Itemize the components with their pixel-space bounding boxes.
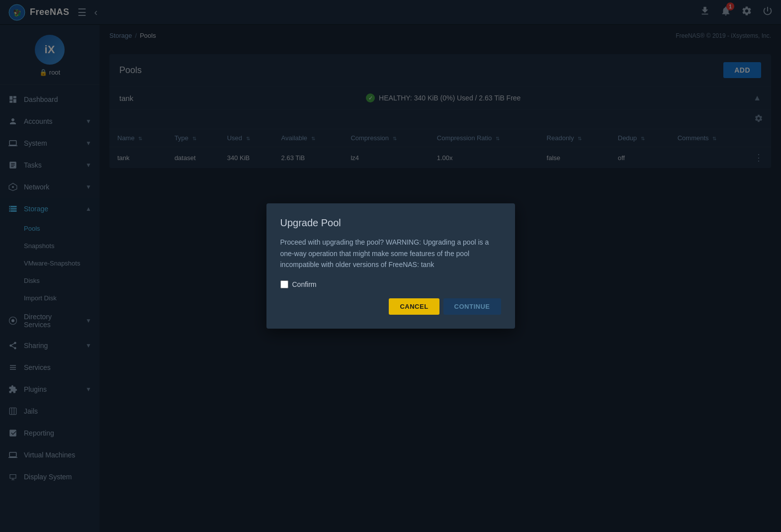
modal-body: Proceed with upgrading the pool? WARNING… (280, 237, 501, 270)
modal-overlay: Upgrade Pool Proceed with upgrading the … (99, 25, 781, 532)
main-layout: iX 🔒 root Dashboard Accounts ▼ (0, 25, 781, 532)
cancel-button[interactable]: CANCEL (389, 298, 439, 315)
confirm-label[interactable]: Confirm (292, 280, 317, 288)
upgrade-pool-modal: Upgrade Pool Proceed with upgrading the … (266, 203, 515, 328)
confirm-checkbox[interactable] (280, 280, 288, 288)
modal-confirm-row: Confirm (280, 280, 501, 288)
content-area: Storage / Pools FreeNAS® © 2019 - iXsyst… (99, 25, 781, 532)
modal-actions: CANCEL CONTINUE (280, 298, 501, 315)
continue-button[interactable]: CONTINUE (443, 298, 501, 315)
modal-title: Upgrade Pool (280, 217, 501, 229)
